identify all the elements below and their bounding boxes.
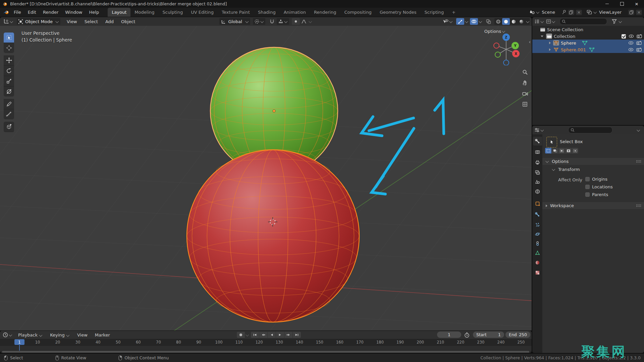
shading-wireframe-button[interactable]: [494, 18, 502, 25]
outliner-row-collection[interactable]: Collection: [532, 33, 644, 40]
workspace-tab-sculpting[interactable]: Sculpting: [158, 8, 187, 17]
workspace-tab-uv-editing[interactable]: UV Editing: [187, 8, 218, 17]
properties-tab-tool[interactable]: [533, 137, 542, 145]
select-mode-set[interactable]: [545, 148, 551, 154]
auto-keying-button[interactable]: [237, 332, 245, 338]
navigation-gizmo[interactable]: ZYX: [485, 28, 522, 65]
collection-checkbox[interactable]: [622, 34, 626, 39]
snap-target-selector[interactable]: [277, 18, 289, 25]
tool-move-button[interactable]: [4, 55, 14, 66]
eye-icon[interactable]: [629, 34, 634, 38]
proportional-falloff-button[interactable]: [300, 18, 308, 25]
outliner-search[interactable]: [559, 18, 607, 25]
transform-subsection[interactable]: Transform: [551, 167, 580, 172]
play-button[interactable]: [276, 332, 284, 338]
collection-expand-icon[interactable]: [541, 36, 543, 37]
tool-select-box-button[interactable]: [4, 33, 14, 43]
scene-unlink-button[interactable]: ×: [576, 10, 582, 15]
current-frame-field[interactable]: 1: [437, 331, 461, 338]
timeline-scrollbar[interactable]: [0, 351, 532, 353]
editor-type-button[interactable]: [2, 18, 15, 25]
play-reverse-button[interactable]: [268, 332, 276, 338]
pivot-point-selector[interactable]: [253, 18, 265, 25]
view-layer-copy-button[interactable]: [628, 10, 634, 15]
gizmo-axis--x[interactable]: [494, 43, 499, 48]
properties-tab-texture[interactable]: [533, 268, 542, 277]
shading-chevron[interactable]: [526, 19, 529, 23]
workspace-tab-scripting[interactable]: Scripting: [421, 8, 448, 17]
overlays-chevron[interactable]: [479, 19, 482, 23]
camera-icon[interactable]: [636, 41, 642, 45]
gizmo-axis--z[interactable]: [503, 60, 509, 65]
proportional-editing-toggle[interactable]: [292, 18, 300, 25]
affect-locations-row[interactable]: Locations: [585, 184, 613, 189]
blender-app-icon[interactable]: [3, 10, 9, 15]
workspace-tab-geometry-nodes[interactable]: Geometry Nodes: [376, 8, 421, 17]
view-layer-name[interactable]: ViewLayer: [599, 10, 622, 15]
falloff-chevron[interactable]: [309, 19, 312, 23]
workspace-tab-texture-paint[interactable]: Texture Paint: [218, 8, 254, 17]
tool-transform-button[interactable]: [4, 86, 14, 97]
properties-tab-constraints[interactable]: [533, 239, 542, 248]
timeline-editor-chevron[interactable]: [9, 333, 12, 336]
properties-tab-object[interactable]: [533, 199, 542, 208]
tool-rotate-button[interactable]: [4, 66, 14, 76]
viewport-menu-select[interactable]: Select: [81, 19, 102, 24]
jump-to-next-keyframe-button[interactable]: [284, 332, 292, 338]
eye-icon[interactable]: [628, 48, 634, 52]
close-button[interactable]: ×: [629, 0, 644, 8]
filter-chevron[interactable]: [619, 19, 622, 23]
camera-view-icon[interactable]: [521, 89, 529, 98]
show-gizmo-toggle[interactable]: [456, 18, 464, 25]
start-frame-field[interactable]: Start 1: [473, 331, 504, 338]
timeline-menu-keying[interactable]: Keying: [46, 333, 73, 338]
outliner-row-sphere[interactable]: Sphere: [532, 40, 644, 46]
workspace-tab-shading[interactable]: Shading: [254, 8, 280, 17]
menu-edit[interactable]: Edit: [24, 10, 40, 15]
outliner-editor-icon[interactable]: [534, 19, 540, 24]
shading-rendered-button[interactable]: [518, 18, 525, 25]
workspace-tab-rendering[interactable]: Rendering: [310, 8, 340, 17]
menu-render[interactable]: Render: [40, 10, 62, 15]
filter-icon[interactable]: [612, 19, 617, 24]
viewport-menu-view[interactable]: View: [63, 19, 81, 24]
options-section-header[interactable]: Options: [542, 158, 644, 165]
snap-toggle[interactable]: [268, 18, 276, 25]
playhead-badge[interactable]: 1: [14, 339, 24, 345]
affect-origins-row[interactable]: Origins: [585, 177, 607, 182]
properties-editor-chevron[interactable]: [540, 128, 544, 131]
view-layer-remove-button[interactable]: ×: [636, 10, 642, 15]
outliner-row-scene-collection[interactable]: Scene Collection: [532, 26, 644, 33]
tool-cursor-button[interactable]: [4, 43, 14, 53]
menu-file[interactable]: File: [10, 10, 24, 15]
add-workspace-button[interactable]: +: [448, 8, 460, 17]
minimize-button[interactable]: [600, 0, 614, 8]
timeline-scrollbar-thumb[interactable]: [2, 351, 529, 353]
camera-icon[interactable]: [636, 48, 642, 52]
properties-tab-data[interactable]: [533, 248, 542, 257]
locations-checkbox[interactable]: [585, 185, 590, 189]
sphere-expand-icon[interactable]: [549, 42, 551, 44]
jump-to-prev-keyframe-button[interactable]: [259, 332, 267, 338]
maximize-button[interactable]: [614, 0, 629, 8]
scene-copy-button[interactable]: [568, 10, 574, 15]
drag-grip-icon[interactable]: [636, 160, 641, 163]
workspace-tab-compositing[interactable]: Compositing: [340, 8, 376, 17]
properties-tab-view-layer[interactable]: [533, 168, 542, 177]
properties-tab-particles[interactable]: [533, 220, 542, 229]
display-mode-chevron[interactable]: [552, 19, 555, 23]
properties-options-chevron[interactable]: [637, 128, 640, 131]
properties-tab-output[interactable]: [533, 158, 542, 167]
timeline-menu-view[interactable]: View: [73, 333, 91, 338]
workspace-tab-layout[interactable]: Layout: [108, 8, 130, 17]
outliner-row-sphere-001[interactable]: Sphere.001: [532, 46, 644, 53]
timeline-track[interactable]: [0, 346, 532, 351]
select-mode-subtract[interactable]: [558, 148, 565, 154]
workspace-tab-animation[interactable]: Animation: [280, 8, 310, 17]
properties-search[interactable]: [568, 127, 612, 133]
properties-tab-physics[interactable]: [533, 230, 542, 238]
workspace-tab-modeling[interactable]: Modeling: [130, 8, 158, 17]
tool-annotate-button[interactable]: [4, 99, 14, 109]
properties-tab-render[interactable]: [533, 147, 542, 156]
viewport-menu-add[interactable]: Add: [102, 19, 117, 24]
